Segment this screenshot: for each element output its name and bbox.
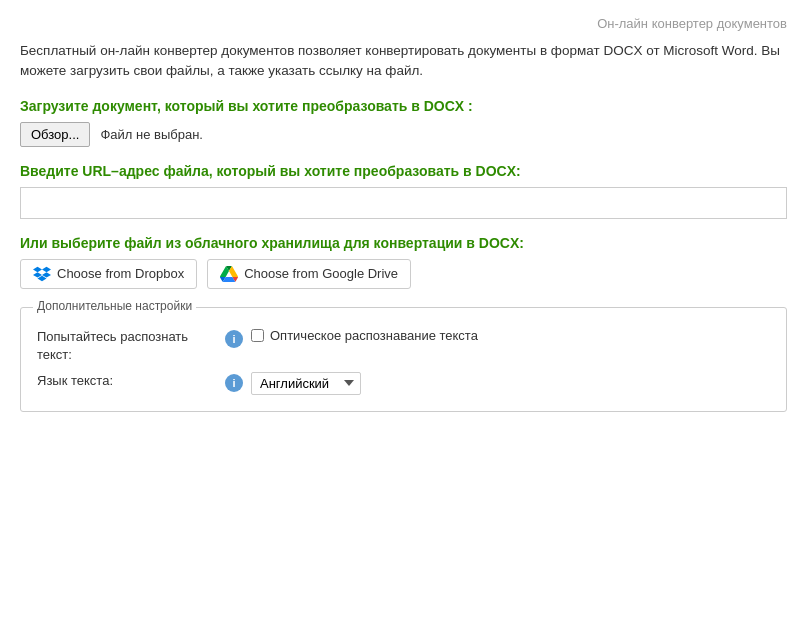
- svg-marker-1: [42, 266, 51, 271]
- svg-marker-0: [33, 266, 42, 271]
- file-upload-row: Обзор... Файл не выбран.: [20, 122, 787, 147]
- language-select[interactable]: Английский Русский Немецкий Французский: [251, 372, 361, 395]
- advanced-legend: Дополнительные настройки: [33, 299, 196, 313]
- url-input[interactable]: [20, 187, 787, 219]
- gdrive-icon: [220, 265, 238, 283]
- description-text: Бесплатный он-лайн конвертер документов …: [20, 41, 787, 82]
- advanced-settings-section: Дополнительные настройки Попытайтесь рас…: [20, 307, 787, 412]
- browse-button[interactable]: Обзор...: [20, 122, 90, 147]
- language-row: Язык текста: i Английский Русский Немецк…: [37, 372, 770, 395]
- ocr-checkbox-row: Оптическое распознавание текста: [251, 328, 478, 343]
- url-section-label: Введите URL–адрес файла, который вы хоти…: [20, 163, 787, 179]
- language-info-icon[interactable]: i: [225, 374, 243, 392]
- language-label: Язык текста:: [37, 372, 217, 390]
- upload-section-label: Загрузите документ, который вы хотите пр…: [20, 98, 787, 114]
- ocr-row: Попытайтесь распознать текст: i Оптическ…: [37, 328, 770, 364]
- app-title: Он-лайн конвертер документов: [20, 16, 787, 31]
- gdrive-button-label: Choose from Google Drive: [244, 266, 398, 281]
- ocr-checkbox-label: Оптическое распознавание текста: [270, 328, 478, 343]
- dropbox-button-label: Choose from Dropbox: [57, 266, 184, 281]
- gdrive-button[interactable]: Choose from Google Drive: [207, 259, 411, 289]
- cloud-buttons-row: Choose from Dropbox Choose from Google D…: [20, 259, 787, 289]
- no-file-text: Файл не выбран.: [100, 127, 203, 142]
- ocr-label: Попытайтесь распознать текст:: [37, 328, 217, 364]
- dropbox-button[interactable]: Choose from Dropbox: [20, 259, 197, 289]
- cloud-section-label: Или выберите файл из облачного хранилища…: [20, 235, 787, 251]
- ocr-checkbox[interactable]: [251, 329, 264, 342]
- dropbox-icon: [33, 265, 51, 283]
- ocr-info-icon[interactable]: i: [225, 330, 243, 348]
